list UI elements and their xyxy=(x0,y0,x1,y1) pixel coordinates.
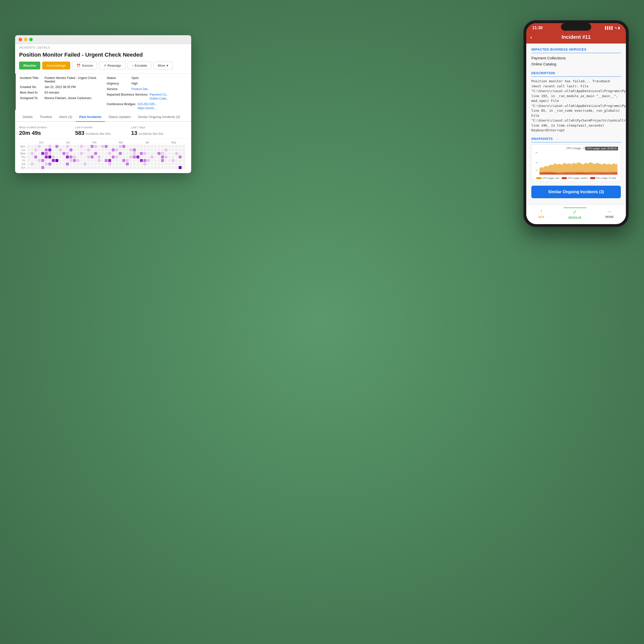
heatmap-cell xyxy=(69,155,72,158)
heatmap-cell xyxy=(55,148,58,151)
heatmap-cell xyxy=(157,152,160,155)
heatmap-cell xyxy=(179,163,182,166)
heatmap-cell xyxy=(143,148,146,151)
ack-action[interactable]: ! ACK xyxy=(533,208,549,220)
heatmap-cell xyxy=(165,145,168,148)
heatmap-cell xyxy=(133,148,136,151)
heatmap-cell xyxy=(122,163,125,166)
assigned-to-row: Assigned To Monica Fabriani, Jessie Carb… xyxy=(20,96,104,100)
acknowledge-button[interactable]: Acknowledge xyxy=(42,62,70,69)
heatmap-cell xyxy=(34,166,37,169)
heatmap-cell xyxy=(179,152,182,155)
close-button[interactable] xyxy=(19,38,22,41)
heatmap-cell xyxy=(73,148,76,151)
heatmap-cell xyxy=(140,159,143,162)
heatmap-cell xyxy=(55,163,58,166)
heatmap-cell xyxy=(133,152,136,155)
more-button[interactable]: More ▾ xyxy=(153,62,173,69)
signal-icon: ▌▌▌▌ xyxy=(605,26,614,30)
heatmap-cell xyxy=(115,159,118,162)
phone-bottom-bar: ! ACK ✓ RESOLVE ··· MORE xyxy=(526,205,626,224)
mean-duration-stat: Mean incident duration 20m 49s xyxy=(19,126,75,136)
heatmap-cell xyxy=(115,166,118,169)
wifi-icon: ∿ xyxy=(615,26,617,30)
heatmap-cell xyxy=(108,148,111,151)
heatmap-cell xyxy=(101,166,104,169)
resolve-button[interactable]: Resolve xyxy=(19,62,40,69)
heatmap-cell xyxy=(133,163,136,166)
heatmap-cell xyxy=(165,152,168,155)
resolve-action[interactable]: ✓ RESOLVE xyxy=(563,208,587,220)
resolve-icon: ✓ xyxy=(573,209,577,215)
heatmap-cell xyxy=(161,163,164,166)
minimize-button[interactable] xyxy=(24,38,27,41)
legend-system-color xyxy=(562,177,567,179)
heatmap-cell xyxy=(157,159,160,162)
heatmap-cell xyxy=(80,148,83,151)
heatmap-cell xyxy=(31,166,34,169)
heatmap-cell xyxy=(168,155,171,158)
tab-status-updates[interactable]: Status Updates xyxy=(105,112,134,122)
heatmap-cell xyxy=(143,152,146,155)
heatmap-cell xyxy=(41,145,44,148)
heatmap-cell xyxy=(76,159,79,162)
maximize-button[interactable] xyxy=(29,38,33,41)
window-body: INCIDENTS | DETAILS Position Monitor Fai… xyxy=(15,44,191,173)
heatmap-row: Thu xyxy=(19,155,187,158)
heatmap-section: Dec Jan Feb Mar Apr May MonTueWedThuFriS… xyxy=(15,139,191,173)
heatmap-cell xyxy=(91,152,94,155)
heatmap-cell xyxy=(179,155,182,158)
heatmap-cell xyxy=(76,152,79,155)
heatmap-cell xyxy=(161,145,164,148)
description-heading: DESCRIPTION xyxy=(531,71,621,77)
heatmap-cell xyxy=(59,148,62,151)
heatmap-cell xyxy=(66,145,69,148)
reassign-button[interactable]: ↗ Reassign xyxy=(99,62,125,69)
heatmap-cell xyxy=(84,145,87,148)
heatmap-cell xyxy=(140,145,143,148)
back-button[interactable]: ‹ xyxy=(530,34,532,40)
action-bar: Resolve Acknowledge ⏰ Snooze ↗ Reassign … xyxy=(15,62,191,74)
heatmap-cell xyxy=(94,163,97,166)
heatmap-cell xyxy=(84,148,87,151)
heatmap-cell xyxy=(66,148,69,151)
dynamic-island xyxy=(561,23,591,31)
heatmap-cell xyxy=(119,155,122,158)
heatmap-cell xyxy=(112,148,115,151)
heatmap-cell xyxy=(136,166,139,169)
heatmap-cell xyxy=(48,152,51,155)
tab-details[interactable]: Details xyxy=(19,112,36,122)
heatmap-cell xyxy=(172,145,175,148)
heatmap-cell xyxy=(41,155,44,158)
heatmap-cell xyxy=(175,148,178,151)
tab-alerts[interactable]: Alerts (3) xyxy=(55,112,76,122)
heatmap-cell xyxy=(168,166,171,169)
heatmap-cell xyxy=(126,166,129,169)
escalate-button[interactable]: ↑ Escalate xyxy=(128,62,151,69)
heatmap-cell xyxy=(161,166,164,169)
svg-text:40: 40 xyxy=(536,151,538,153)
phone-content: IMPACTED BUSINESS SERVICES Payment Colle… xyxy=(526,44,626,205)
heatmap-cell xyxy=(59,145,62,148)
heatmap-cell xyxy=(80,145,83,148)
heatmap-cell xyxy=(136,155,139,158)
heatmap-cell xyxy=(45,155,48,158)
tab-similar-incidents[interactable]: Similar Ongoing Incidents (3) xyxy=(134,112,184,122)
heatmap-cell xyxy=(84,163,87,166)
heatmap-cell xyxy=(112,159,115,162)
heatmap-cell xyxy=(98,166,101,169)
tab-past-incidents[interactable]: Past Incidents xyxy=(76,112,105,122)
heatmap-months: Dec Jan Feb Mar Apr May xyxy=(28,141,187,144)
service-row: Service Product Dat... xyxy=(107,87,191,91)
tab-timeline[interactable]: Timeline xyxy=(36,112,56,122)
heatmap-cell xyxy=(31,159,34,162)
heatmap-cell xyxy=(126,159,129,162)
snooze-button[interactable]: ⏰ Snooze xyxy=(72,62,97,69)
heatmap-cell xyxy=(91,166,94,169)
similar-incidents-button[interactable]: Similar Ongoing Incidents (3) xyxy=(531,186,621,198)
legend-iowait-color xyxy=(590,177,595,179)
heatmap-cell xyxy=(91,145,94,148)
more-action[interactable]: ··· MORE xyxy=(600,208,619,220)
heatmap-cell xyxy=(157,148,160,151)
heatmap-cell xyxy=(27,163,30,166)
